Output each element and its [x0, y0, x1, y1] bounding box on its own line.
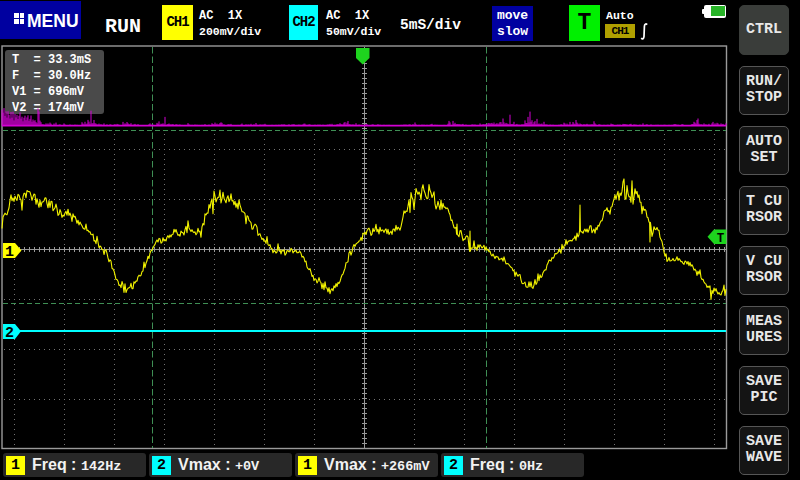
- svg-text:1: 1: [5, 244, 14, 261]
- svg-text:2: 2: [5, 325, 14, 342]
- svg-text:T: T: [717, 232, 725, 246]
